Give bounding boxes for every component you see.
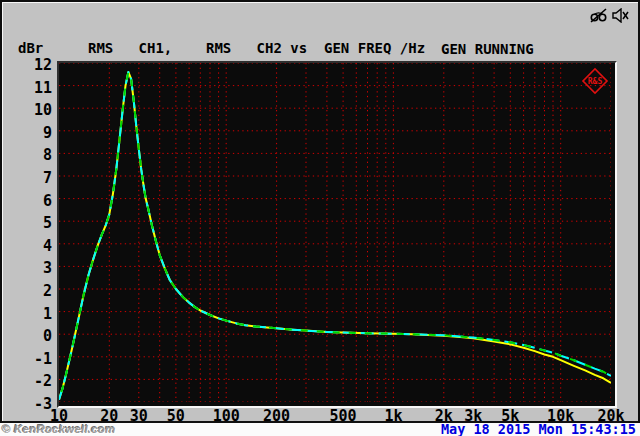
- y-tick-label: 11: [8, 79, 52, 97]
- y-tick-label: 6: [8, 192, 52, 210]
- y-axis-unit-label: dBr: [18, 40, 43, 56]
- analyzer-screenshot: GEN RUNNING ANL 1:TERM 2:TERM SWP TERMIN…: [0, 0, 640, 436]
- plot-area: R&S: [57, 61, 617, 408]
- y-tick-label: 8: [8, 146, 52, 164]
- y-tick-label: 10: [8, 101, 52, 119]
- mouse-off-icon: [590, 8, 607, 23]
- y-tick-label: 12: [8, 56, 52, 74]
- y-tick-label: 9: [8, 124, 52, 142]
- y-tick-label: 4: [8, 237, 52, 255]
- y-tick-label: 5: [8, 214, 52, 232]
- speaker-muted-icon: [612, 8, 629, 23]
- rs-logo-text: R&S: [588, 77, 603, 86]
- trace-title: RMS CH1, RMS CH2 vs GEN FREQ /Hz: [88, 40, 425, 56]
- status-line-gen: GEN RUNNING: [441, 41, 584, 58]
- y-tick-label: 3: [8, 259, 52, 277]
- y-tick-label: 0: [8, 327, 52, 345]
- y-tick-label: 2: [8, 282, 52, 300]
- footer-strip: © KenRockwell.com May 18 2015 Mon 15:43:…: [0, 423, 640, 436]
- y-tick-label: 7: [8, 169, 52, 187]
- frequency-response-chart: [59, 63, 611, 402]
- datetime-label: May 18 2015 Mon 15:43:15: [441, 422, 636, 436]
- watermark: © KenRockwell.com: [2, 423, 116, 436]
- y-tick-label: -1: [8, 350, 52, 368]
- y-tick-label: 1: [8, 305, 52, 323]
- rs-logo-icon: R&S: [578, 64, 612, 98]
- instrument-screen: GEN RUNNING ANL 1:TERM 2:TERM SWP TERMIN…: [2, 2, 638, 423]
- status-icons: [590, 8, 629, 23]
- y-tick-label: -2: [8, 372, 52, 390]
